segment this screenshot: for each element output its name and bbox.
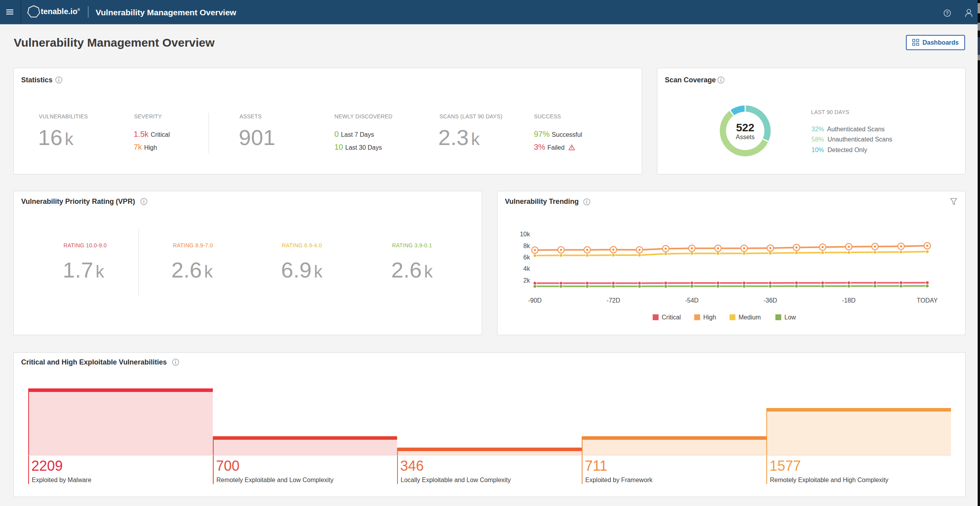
- svg-text:-18D: -18D: [842, 297, 856, 304]
- svg-text:-54D: -54D: [685, 297, 699, 304]
- svg-text:TODAY: TODAY: [917, 297, 938, 304]
- svg-text:Low: Low: [784, 314, 796, 321]
- svg-text:Critical: Critical: [662, 314, 681, 321]
- svg-text:8k: 8k: [523, 243, 530, 249]
- svg-text:10k: 10k: [520, 231, 530, 238]
- svg-text:6k: 6k: [523, 254, 530, 261]
- svg-text:-36D: -36D: [764, 297, 777, 304]
- svg-text:4k: 4k: [523, 265, 530, 272]
- svg-text:-72D: -72D: [606, 297, 620, 304]
- svg-text:High: High: [703, 314, 716, 321]
- svg-text:2k: 2k: [523, 277, 530, 284]
- svg-text:-90D: -90D: [528, 297, 542, 304]
- svg-text:Medium: Medium: [739, 314, 761, 321]
- svg-text:?: ?: [946, 11, 949, 16]
